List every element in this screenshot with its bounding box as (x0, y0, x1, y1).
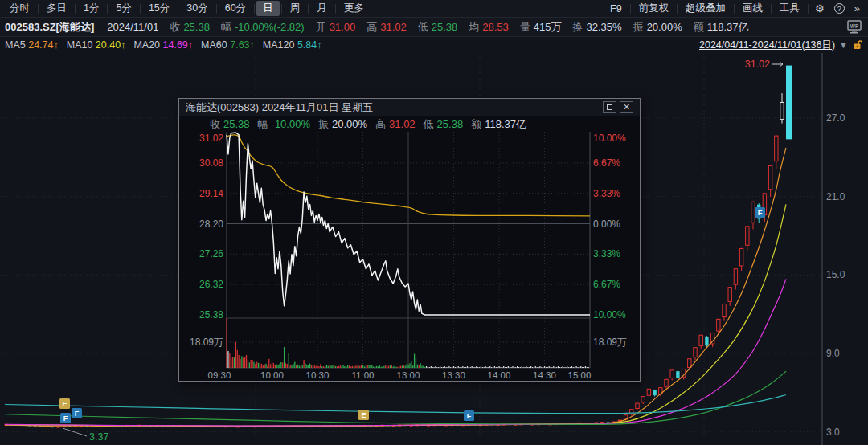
help-icon[interactable]: ? (834, 3, 845, 14)
popup-time-label: 14:30 (533, 370, 556, 380)
divider (216, 4, 217, 14)
popup-time-label: 13:30 (442, 370, 465, 380)
tab-分时[interactable]: 分时 (3, 1, 36, 16)
divider (734, 4, 735, 14)
quote-date: 2024/11/01 (107, 21, 158, 33)
wp-monitor-icon[interactable]: WP (845, 20, 863, 35)
stock-code[interactable]: 002583.SZ[海能达] (5, 20, 94, 35)
intraday-popup: 海能达(002583) 2024年11月01日 星期五 ✕ 收25.38幅-10… (178, 98, 641, 382)
event-badge-F[interactable]: F (755, 207, 765, 218)
toolbar-button-前复权[interactable]: 前复权 (633, 1, 676, 16)
popup-stat-低: 低25.38 (424, 117, 464, 132)
quote-field-振: 振20.00% (633, 20, 682, 35)
divider (808, 4, 809, 14)
svg-text:F: F (758, 209, 763, 217)
popup-right-axis-label: 0.00% (593, 218, 620, 230)
main-axis-label: 3.0 (826, 427, 840, 438)
event-badge-E[interactable]: E (59, 398, 70, 409)
popup-stats-bar: 收25.38幅-10.00%振20.00%高31.02低25.38额118.37… (179, 116, 640, 132)
tab-日[interactable]: 日 (256, 1, 280, 16)
popup-stat-高: 高31.02 (375, 117, 416, 132)
tab-多日[interactable]: 多日 (40, 1, 73, 16)
tab-月[interactable]: 月 (310, 1, 334, 16)
popup-volume-axis-label: 18.09万 (593, 337, 627, 348)
ma-legend-bar: MA5 24.74↑MA10 20.40↑MA20 14.69↑MA60 7.6… (0, 37, 868, 53)
popup-maximize-button[interactable] (603, 101, 616, 113)
ma-legend-MA10: MA10 20.40↑ (67, 39, 126, 51)
popup-volume-axis-label: 18.09万 (190, 337, 223, 348)
tab-30分[interactable]: 30分 (180, 1, 214, 16)
trading-app-window: 分时多日1分5分15分30分60分日周月更多 F9前复权超级叠加画线工具 ⚙ ?… (0, 0, 868, 445)
chart-region: 27.021.015.09.03.0EFFEFF31.023.37 海能达(00… (0, 53, 868, 445)
quote-field-开: 开31.00 (316, 20, 356, 35)
popup-close-button[interactable]: ✕ (620, 101, 633, 113)
popup-right-axis-label: 6.67% (593, 279, 620, 290)
svg-text:WP: WP (850, 22, 859, 28)
svg-text:E: E (361, 411, 366, 419)
quote-field-收: 收25.38 (170, 20, 210, 35)
quote-field-均: 均28.53 (469, 20, 509, 35)
main-axis-label: 15.0 (826, 269, 845, 280)
quote-field-额: 额118.37亿 (694, 20, 749, 35)
quote-field-低: 低25.38 (418, 20, 458, 35)
divider (630, 4, 631, 14)
event-badge-F[interactable]: F (72, 408, 82, 418)
popup-right-axis-label: 10.00% (593, 309, 626, 320)
popup-time-label: 15:00 (568, 370, 592, 380)
popup-time-label: 10:30 (306, 370, 330, 380)
divider (281, 4, 282, 14)
main-axis-label: 21.0 (826, 191, 845, 202)
ma-legend-MA5: MA5 24.74↑ (5, 39, 59, 51)
quote-field-高: 高31.02 (366, 20, 407, 35)
main-axis-label: 9.0 (826, 348, 840, 359)
popup-left-axis-label: 27.26 (199, 248, 223, 259)
period-tabs: 分时多日1分5分15分30分60分日周月更多 (3, 1, 371, 16)
popup-title-bar[interactable]: 海能达(002583) 2024年11月01日 星期五 ✕ (179, 99, 640, 116)
popup-time-label: 13:00 (397, 370, 420, 380)
intraday-chart[interactable]: 31.0230.0829.1428.2027.2626.3225.3810.00… (179, 132, 640, 382)
popup-stat-幅: 幅-10.00% (258, 117, 310, 132)
quote-info-bar: 002583.SZ[海能达] 2024/11/01 收25.38幅-10.00%… (0, 18, 868, 37)
unlock-icon[interactable] (852, 39, 863, 51)
popup-stat-收: 收25.38 (210, 117, 250, 132)
ma-items: MA5 24.74↑MA10 20.40↑MA20 14.69↑MA60 7.6… (5, 39, 330, 51)
min-price-annotation: 3.37 (89, 431, 108, 443)
main-axis-label: 27.0 (826, 112, 845, 124)
popup-right-axis-label: 10.00% (593, 133, 626, 144)
svg-text:E: E (62, 400, 67, 408)
tab-周[interactable]: 周 (284, 1, 307, 16)
tab-5分[interactable]: 5分 (109, 1, 137, 16)
chevron-down-icon[interactable]: ▼ (839, 40, 848, 50)
tab-更多[interactable]: 更多 (338, 1, 371, 16)
popup-stat-额: 额118.37亿 (471, 117, 526, 132)
quote-field-幅: 幅-10.00%(-2.82) (221, 20, 305, 35)
popup-time-label: 10:00 (260, 370, 284, 380)
tab-15分[interactable]: 15分 (142, 1, 176, 16)
popup-right-axis-label: 3.33% (593, 248, 620, 259)
toolbar-button-F9[interactable]: F9 (604, 2, 628, 15)
tab-1分[interactable]: 1分 (77, 1, 105, 16)
tab-60分[interactable]: 60分 (219, 1, 252, 16)
toolbar-button-工具[interactable]: 工具 (773, 1, 806, 16)
divider (38, 4, 39, 14)
toolbar-buttons: F9前复权超级叠加画线工具 (604, 1, 810, 16)
date-range-selector[interactable]: 2024/04/11-2024/11/01(136日) (699, 39, 835, 52)
event-badge-F[interactable]: F (60, 413, 71, 423)
popup-left-axis-label: 26.32 (199, 279, 223, 290)
divider (140, 4, 141, 14)
popup-right-axis-label: 3.33% (593, 188, 620, 199)
popup-left-axis-label: 25.38 (199, 309, 223, 320)
event-badge-F[interactable]: F (464, 410, 474, 421)
ma-legend-MA120: MA120 5.84↑ (263, 39, 322, 51)
toolbar-button-画线[interactable]: 画线 (736, 1, 769, 16)
svg-text:F: F (63, 414, 68, 423)
settings-gear-icon[interactable]: ⚙ (810, 2, 829, 14)
divider (335, 4, 336, 14)
toolbar-button-超级叠加[interactable]: 超级叠加 (679, 1, 732, 16)
event-badge-E[interactable]: E (358, 410, 369, 420)
popup-time-label: 11:00 (352, 370, 375, 380)
divider (677, 4, 678, 14)
ma-legend-MA20: MA20 14.69↑ (133, 39, 193, 51)
more-chevrons-icon[interactable]: » (850, 2, 865, 14)
high-price-annotation: 31.02 (745, 59, 770, 70)
